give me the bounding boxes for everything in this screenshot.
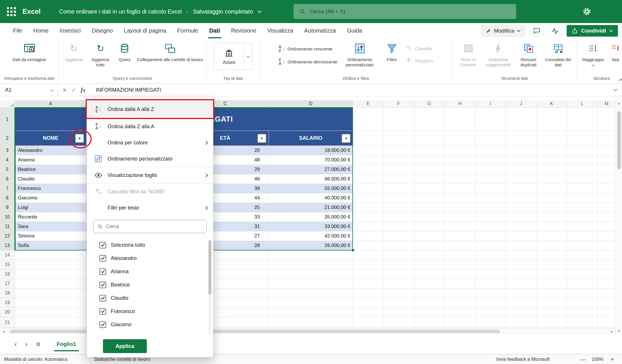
row-header-12[interactable]: 12: [0, 231, 15, 241]
zoom-level[interactable]: 100%: [592, 357, 604, 362]
sheet-tab-foglio1[interactable]: Foglio1: [52, 334, 82, 354]
app-launcher-button[interactable]: [0, 0, 22, 23]
eta-filter-button[interactable]: ▼: [258, 134, 266, 143]
row-header-9[interactable]: 9: [0, 203, 15, 212]
cell-salario[interactable]: 40.000,00 €: [269, 193, 353, 203]
column-header-a[interactable]: A: [15, 100, 87, 108]
anteprima-suggerimenti-button[interactable]: Anteprima suggerimenti: [482, 40, 515, 68]
aggiorna-tutto-button[interactable]: ↻ Aggiorna tutto: [87, 40, 114, 68]
row-header-8[interactable]: 8: [0, 193, 15, 203]
checkbox-arianna[interactable]: Arianna: [87, 265, 213, 278]
tab-file[interactable]: File: [7, 23, 28, 38]
row-header-1[interactable]: 1: [0, 108, 15, 131]
column-header-e[interactable]: E: [353, 100, 384, 108]
modifica-mode-button[interactable]: Modifica: [481, 25, 525, 37]
scroll-down-icon[interactable]: ▼: [616, 328, 622, 334]
empty-cells[interactable]: [353, 250, 616, 260]
tab-guida[interactable]: Guida: [341, 23, 368, 38]
cell-nome[interactable]: Riccardo: [15, 212, 87, 222]
checkbox-giacomo[interactable]: Giacomo: [87, 318, 213, 331]
empty-cells[interactable]: [353, 269, 616, 279]
scroll-up-icon[interactable]: ▲: [616, 100, 622, 106]
column-header-f[interactable]: F: [384, 100, 414, 108]
row-header-6[interactable]: 6: [0, 174, 15, 184]
row-header-14[interactable]: 14: [0, 250, 15, 260]
cell[interactable]: [269, 317, 353, 328]
dati-da-immagine-button[interactable]: Dati da immagine: [8, 40, 51, 63]
zoom-out-button[interactable]: —: [581, 356, 586, 362]
rimuovi-duplicati-button[interactable]: Rimuovi duplicati: [515, 40, 542, 68]
cell-salario[interactable]: 70.000,00 €: [269, 155, 353, 165]
empty-cells[interactable]: [353, 155, 616, 165]
column-header-m[interactable]: M: [597, 100, 616, 108]
cell-nome[interactable]: Sara: [15, 222, 87, 231]
tab-inserisci[interactable]: Inserisci: [54, 23, 86, 38]
menu-item-sort-za[interactable]: ZA↓ Ordina dalla Z alla A: [87, 118, 213, 135]
nome-filter-button[interactable]: ▼: [75, 134, 84, 143]
tab-visualizza[interactable]: Visualizza: [262, 23, 299, 38]
empty-cells[interactable]: [353, 279, 616, 288]
cell-salario[interactable]: 21.000,00 €: [269, 203, 353, 212]
empty-cells[interactable]: [353, 317, 616, 328]
empty-cells[interactable]: [353, 260, 616, 269]
tab-layout-di-pagina[interactable]: Layout di pagina: [118, 23, 172, 38]
cell[interactable]: [15, 279, 87, 288]
column-header-d[interactable]: D: [269, 100, 353, 108]
aggiorna-button[interactable]: ↻ Aggiorna: [61, 40, 87, 63]
filtro-button[interactable]: Filtro: [380, 40, 404, 63]
cell-salario[interactable]: 18.000,00 €: [269, 146, 353, 155]
row-header-10[interactable]: 10: [0, 212, 15, 222]
cell-nome[interactable]: Beatrice: [15, 165, 87, 174]
row-header-5[interactable]: 5: [0, 165, 15, 174]
menu-item-clear-filter[interactable]: Cancella filtro da 'NOME': [87, 184, 213, 200]
cell-salario[interactable]: 42.000,00 €: [269, 231, 353, 241]
row-header-11[interactable]: 11: [0, 222, 15, 231]
row-header-16[interactable]: 16: [0, 269, 15, 279]
empty-cells[interactable]: [353, 131, 616, 146]
column-header-h[interactable]: H: [445, 100, 475, 108]
azioni-dropdown-arrow[interactable]: [244, 43, 252, 70]
row-header-20[interactable]: 20: [0, 308, 15, 317]
row-header-15[interactable]: 15: [0, 260, 15, 269]
cell[interactable]: [15, 308, 87, 317]
top-search-box[interactable]: [294, 4, 516, 19]
cell[interactable]: [269, 269, 353, 279]
row-header-17[interactable]: 17: [0, 279, 15, 288]
prev-sheet-button[interactable]: ‹: [10, 340, 21, 348]
raggruppa-button[interactable]: Raggruppa: [579, 40, 607, 67]
checkbox-claudio[interactable]: Claudio: [87, 291, 213, 305]
cell-salario[interactable]: 66.000,00 €: [269, 174, 353, 184]
cell-salario[interactable]: 26.000,00 €: [269, 241, 353, 250]
tab-disegno[interactable]: Disegno: [86, 23, 118, 38]
formula-input[interactable]: INFORMAZIONI IMPIEGATI: [90, 84, 609, 96]
riapplica-filtro-button[interactable]: Riapplica: [404, 57, 435, 64]
cell[interactable]: [269, 288, 353, 298]
empty-cells[interactable]: [353, 108, 616, 131]
filter-search-box[interactable]: [93, 220, 207, 233]
select-all-corner[interactable]: [0, 100, 15, 108]
cell-nome[interactable]: Luigi: [15, 203, 87, 212]
cell[interactable]: [269, 260, 353, 269]
applica-button[interactable]: Applica: [103, 339, 147, 353]
menu-item-sort-az[interactable]: AZ↓ Ordina dalla A alla Z: [87, 100, 213, 118]
cell[interactable]: [269, 250, 353, 260]
empty-cells[interactable]: [353, 231, 616, 241]
expand-formula-bar-button[interactable]: [609, 84, 622, 96]
settings-button[interactable]: [581, 6, 593, 17]
tab-revisione[interactable]: Revisione: [226, 23, 262, 38]
cell[interactable]: [269, 298, 353, 308]
selection-fill-handle[interactable]: [352, 249, 354, 252]
empty-cells[interactable]: [353, 308, 616, 317]
cancel-entry-icon[interactable]: ✕: [62, 87, 67, 93]
query-button[interactable]: Query: [114, 40, 136, 63]
ordinamento-personalizzato-button[interactable]: Ordinamento personalizzato: [340, 40, 380, 68]
empty-cells[interactable]: [353, 174, 616, 184]
cell-nome[interactable]: Arianna: [15, 155, 87, 165]
checkbox-alessandro[interactable]: Alessandro: [87, 252, 213, 265]
cell[interactable]: [269, 279, 353, 288]
cell[interactable]: [15, 317, 87, 328]
column-header-k[interactable]: K: [536, 100, 567, 108]
row-header-4[interactable]: 4: [0, 155, 15, 165]
checkbox-seleziona-tutto[interactable]: Seleziona tutto: [87, 238, 213, 252]
column-header-l[interactable]: L: [567, 100, 597, 108]
